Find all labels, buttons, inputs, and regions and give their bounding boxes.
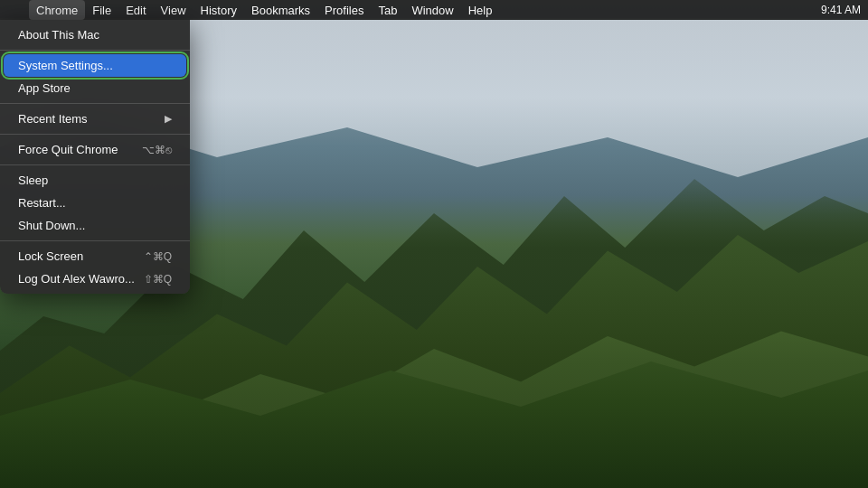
menubar: Chrome File Edit View History Bookmarks … [0,0,868,20]
menu-item-app-store-label: App Store [18,81,71,95]
menubar-item-profiles[interactable]: Profiles [317,0,371,20]
menu-item-sleep[interactable]: Sleep [4,169,186,192]
menubar-history-label: History [201,4,237,17]
menubar-item-history[interactable]: History [193,0,244,20]
menu-item-log-out-label: Log Out Alex Wawro... [18,272,135,286]
menu-item-shut-down[interactable]: Shut Down... [4,214,186,237]
menu-item-about[interactable]: About This Mac [4,23,186,46]
menubar-profiles-label: Profiles [325,4,363,17]
menubar-item-edit[interactable]: Edit [118,0,153,20]
menubar-item-chrome[interactable]: Chrome [29,0,85,20]
menu-item-shut-down-label: Shut Down... [18,219,85,232]
menubar-chrome-label: Chrome [36,4,78,17]
menubar-view-label: View [161,4,186,17]
apple-menu-button[interactable] [7,0,29,20]
menubar-item-help[interactable]: Help [461,0,500,20]
apple-dropdown-menu: About This Mac System Settings... App St… [0,20,190,294]
menu-item-recent-items-label: Recent Items [18,112,88,126]
menubar-right-items: 9:41 AM [821,4,861,16]
menu-item-force-quit[interactable]: Force Quit Chrome ⌥⌘⎋ [4,138,186,161]
lock-screen-shortcut: ⌃⌘Q [144,250,172,263]
log-out-shortcut: ⇧⌘Q [144,273,172,286]
menubar-item-file[interactable]: File [85,0,118,20]
menubar-edit-label: Edit [126,4,146,17]
menu-item-force-quit-label: Force Quit Chrome [18,143,118,156]
menubar-tab-label: Tab [378,4,397,17]
menubar-item-window[interactable]: Window [404,0,460,20]
menu-item-log-out[interactable]: Log Out Alex Wawro... ⇧⌘Q [4,267,186,290]
divider-3 [0,134,190,135]
menubar-file-label: File [92,4,111,17]
menu-item-about-label: About This Mac [18,28,99,42]
menubar-time: 9:41 AM [821,4,861,16]
menubar-bookmarks-label: Bookmarks [251,4,310,17]
menubar-help-label: Help [468,4,493,17]
menu-item-recent-items[interactable]: Recent Items ▶ [4,108,186,130]
divider-2 [0,103,190,104]
divider-5 [0,240,190,241]
menu-item-system-settings-label: System Settings... [18,59,113,72]
menu-item-system-settings[interactable]: System Settings... [4,54,186,77]
menu-item-restart-label: Restart... [18,196,66,210]
menu-item-lock-screen[interactable]: Lock Screen ⌃⌘Q [4,245,186,267]
menu-item-restart[interactable]: Restart... [4,192,186,214]
menu-item-app-store[interactable]: App Store [4,77,186,99]
menubar-item-view[interactable]: View [154,0,193,20]
menubar-item-bookmarks[interactable]: Bookmarks [244,0,317,20]
force-quit-shortcut: ⌥⌘⎋ [142,144,172,156]
divider-4 [0,164,190,165]
menu-item-sleep-label: Sleep [18,174,48,187]
recent-items-arrow-icon: ▶ [165,113,172,125]
menubar-item-tab[interactable]: Tab [371,0,404,20]
menu-item-lock-screen-label: Lock Screen [18,249,83,263]
divider-1 [0,50,190,51]
menubar-window-label: Window [411,4,453,17]
